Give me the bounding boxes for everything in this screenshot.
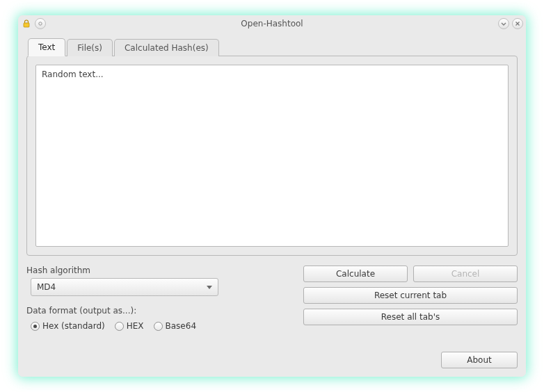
titlebar: Open-Hashtool	[18, 15, 526, 32]
tab-area: Text File(s) Calculated Hash(es)	[26, 38, 518, 256]
tab-calculated-hashes[interactable]: Calculated Hash(es)	[114, 39, 219, 56]
data-format-radios: Hex (standard) HEX Base64	[31, 321, 291, 331]
radio-label: HEX	[127, 321, 144, 331]
reset-current-tab-button[interactable]: Reset current tab	[303, 287, 518, 304]
radio-hex-upper[interactable]: HEX	[115, 321, 144, 331]
chevron-down-icon	[207, 286, 212, 289]
svg-rect-0	[24, 23, 29, 27]
lock-icon	[21, 18, 32, 29]
content: Text File(s) Calculated Hash(es) Hash al…	[18, 32, 526, 377]
tab-files[interactable]: File(s)	[67, 39, 113, 56]
radio-hex-standard[interactable]: Hex (standard)	[31, 321, 105, 331]
hash-algorithm-selected: MD4	[37, 282, 56, 292]
window-title: Open-Hashtool	[18, 19, 526, 28]
radio-icon	[31, 322, 40, 331]
svg-point-1	[39, 22, 42, 25]
footer: About	[26, 352, 518, 368]
hash-algorithm-select[interactable]: MD4	[31, 278, 218, 296]
titlebar-button-left[interactable]	[35, 18, 46, 29]
controls-right: Calculate Cancel Reset current tab Reset…	[303, 266, 518, 331]
data-format-label: Data format (output as...):	[26, 306, 291, 316]
tab-panel-text	[26, 56, 518, 256]
hash-algorithm-label: Hash algorithm	[26, 266, 291, 275]
close-button[interactable]	[512, 18, 523, 29]
radio-icon	[154, 322, 163, 331]
radio-icon	[115, 322, 124, 331]
tab-text[interactable]: Text	[28, 38, 65, 56]
window: Open-Hashtool Text File(s) Calculated Ha…	[18, 15, 526, 377]
tabs-row: Text File(s) Calculated Hash(es)	[28, 38, 518, 56]
text-input[interactable]	[35, 65, 509, 247]
radio-base64[interactable]: Base64	[154, 321, 197, 331]
calculate-button[interactable]: Calculate	[303, 266, 408, 282]
minimize-button[interactable]	[498, 18, 509, 29]
about-button[interactable]: About	[441, 352, 518, 368]
reset-all-tabs-button[interactable]: Reset all tab's	[303, 309, 518, 325]
cancel-button: Cancel	[413, 266, 518, 282]
radio-label: Hex (standard)	[42, 321, 105, 331]
controls-left: Hash algorithm MD4 Data format (output a…	[26, 266, 291, 331]
radio-label: Base64	[166, 321, 197, 331]
controls: Hash algorithm MD4 Data format (output a…	[26, 266, 518, 331]
